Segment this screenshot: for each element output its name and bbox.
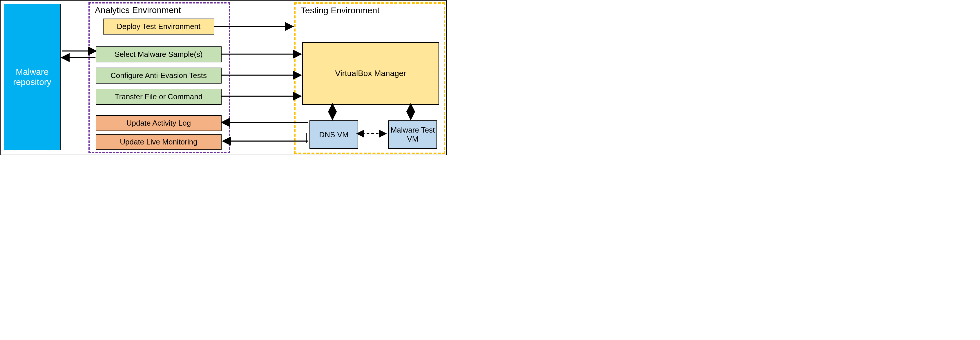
step-monitor: Update Live Monitoring: [96, 134, 221, 150]
malware-repository-label: Malware repository: [4, 67, 60, 87]
diagram-canvas: Malware repository Analytics Environment…: [0, 0, 447, 155]
malware-repository-box: Malware repository: [4, 4, 60, 150]
dns-vm-label: DNS VM: [319, 130, 348, 139]
step-transfer-label: Transfer File or Command: [115, 92, 202, 101]
virtualbox-manager-box: VirtualBox Manager: [302, 42, 439, 105]
step-monitor-label: Update Live Monitoring: [120, 137, 197, 147]
virtualbox-manager-label: VirtualBox Manager: [335, 69, 406, 78]
analytics-title: Analytics Environment: [95, 5, 181, 15]
step-log: Update Activity Log: [96, 115, 221, 131]
dns-vm-box: DNS VM: [309, 120, 358, 149]
step-select: Select Malware Sample(s): [96, 46, 221, 62]
step-config: Configure Anti-Evasion Tests: [96, 68, 221, 83]
step-deploy: Deploy Test Environment: [103, 19, 214, 35]
malware-test-vm-label: Malware Test VM: [389, 126, 436, 144]
step-transfer: Transfer File or Command: [96, 89, 221, 105]
step-deploy-label: Deploy Test Environment: [117, 22, 201, 31]
step-config-label: Configure Anti-Evasion Tests: [110, 71, 207, 80]
step-log-label: Update Activity Log: [126, 119, 191, 128]
step-select-label: Select Malware Sample(s): [115, 50, 202, 59]
testing-title: Testing Environment: [301, 5, 380, 15]
malware-test-vm-box: Malware Test VM: [388, 120, 437, 149]
